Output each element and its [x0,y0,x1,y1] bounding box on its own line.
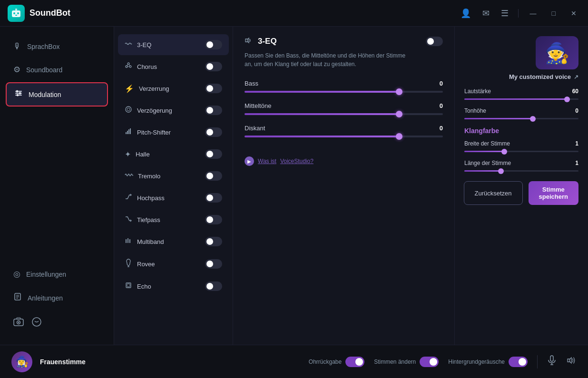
toggle-verzerrung[interactable] [205,84,222,93]
separator [518,9,519,18]
toggle-hochpass[interactable] [205,193,222,203]
svg-point-27 [127,108,130,111]
bass-track[interactable] [245,91,443,93]
3eq-icon [125,40,132,49]
detail-panel: 3-EQ Passen Sie den Bass, die Mitteltöne… [233,27,455,345]
effect-item-halle[interactable]: ✦ Halle [118,144,229,165]
voice-avatar: 🧙 [536,36,578,69]
sidebar-item-modulation[interactable]: Modulation [6,82,108,107]
detail-title-row: 3-EQ [245,36,277,47]
toggle-echo[interactable] [205,281,222,291]
effect-item-tiefpass[interactable]: Tiefpass [118,209,229,230]
microphone-icon[interactable] [547,355,557,368]
breite-thumb[interactable] [501,149,507,155]
effect-label-tiefpass: Tiefpass [137,216,160,223]
breite-label: Breite der Stimme [464,140,510,147]
reset-button[interactable]: Zurücksetzen [464,181,523,205]
sidebar-item-einstellungen[interactable]: ◎ Einstellungen [6,263,108,285]
toggle-verzoegerung[interactable] [205,106,222,115]
voicestudio-link-text[interactable]: VoiceStudio? [280,158,314,165]
bass-thumb[interactable] [396,88,402,95]
toggle-3eq[interactable] [205,40,222,49]
toggle-tiefpass[interactable] [205,215,222,224]
effect-item-multiband[interactable]: Multiband [118,231,229,252]
mitteltoene-track[interactable] [245,113,443,115]
verzerrung-icon: ⚡ [125,84,134,93]
effect-item-chorus[interactable]: Chorus [118,56,229,77]
lautstaerke-track[interactable] [464,98,578,100]
effect-item-echo[interactable]: Echo [118,276,229,297]
user-icon[interactable]: 👤 [459,6,473,20]
toggle-halle[interactable] [205,149,222,159]
mail-icon[interactable]: ✉ [480,6,491,20]
effect-item-rovee[interactable]: Rovee [118,253,229,275]
laenge-track[interactable] [464,170,578,172]
breite-track[interactable] [464,151,578,152]
speaker-icon[interactable] [566,356,577,368]
slider-bass: Bass 0 [245,80,443,93]
laenge-thumb[interactable] [498,168,504,174]
diskant-label: Diskant [245,125,265,132]
tonhoehe-track[interactable] [464,118,578,119]
effect-item-pitch-shifter[interactable]: Pitch-Shifter [118,122,229,143]
save-button[interactable]: Stimme speichern [529,181,578,205]
minimize-button[interactable]: — [526,8,540,19]
mitteltoene-thumb[interactable] [396,111,402,117]
guide-icon [13,292,22,303]
toggle-detail-main[interactable] [426,37,443,46]
toggle-multiband[interactable] [205,237,222,246]
toggle-chorus[interactable] [205,62,222,71]
close-button[interactable]: ✕ [567,8,580,19]
sidebar-item-sprachbox[interactable]: 🎙 SprachBox [6,36,108,57]
slider-breite: Breite der Stimme 1 [464,140,578,152]
toggle-tremolo[interactable] [205,171,222,181]
sidebar-item-soundboard[interactable]: ⚙ Soundboard [6,59,108,80]
external-link-icon[interactable]: ↗ [574,74,578,80]
voicestudio-link[interactable]: ▶ Was ist VoiceStudio? [245,156,443,166]
effect-item-verzoegerung[interactable]: Verzögerung [118,100,229,121]
effect-item-tremolo[interactable]: Tremolo [118,165,229,186]
effect-label-verzerrung: Verzerrung [139,85,169,92]
maximize-button[interactable]: □ [548,8,559,19]
toggle-pitch-shifter[interactable] [205,127,222,137]
action-buttons: Zurücksetzen Stimme speichern [464,181,578,205]
effect-item-hochpass[interactable]: Hochpass [118,187,229,208]
chat-icon[interactable] [31,317,42,330]
bass-label: Bass [245,80,258,87]
sidebar-label-soundboard: Soundboard [26,66,62,74]
diskant-thumb[interactable] [396,133,402,140]
svg-point-26 [126,107,131,112]
effect-label-pitch-shifter: Pitch-Shifter [137,129,171,136]
sliders-icon [14,89,23,100]
svg-rect-4 [15,9,17,10]
tonhoehe-thumb[interactable] [530,116,536,122]
menu-icon[interactable]: ☰ [499,6,510,20]
customized-voice-label: My customized voice [509,73,571,80]
toggle-hintergrund[interactable] [509,357,528,367]
app-title: SoundBot [29,8,70,18]
toggle-rovee[interactable] [205,259,222,269]
svg-rect-30 [128,129,129,134]
ohrrueckgabe-label: Ohrrückgabe [309,359,342,365]
camera-icon[interactable] [13,317,24,330]
lautstaerke-thumb[interactable] [564,97,570,102]
main-content: 🎙 SprachBox ⚙ Soundboard Modulation [0,27,588,345]
svg-rect-38 [127,284,130,287]
mitteltoene-label: Mitteltöne [245,102,271,109]
toggle-ohrrueckgabe[interactable] [345,357,364,367]
diskant-track[interactable] [245,136,443,137]
svg-line-24 [129,65,130,66]
slider-mitteltoene: Mitteltöne 0 [245,102,443,115]
tonhoehe-fill [464,118,533,119]
echo-icon [125,281,132,291]
effect-item-verzerrung[interactable]: ⚡ Verzerrung [118,78,229,99]
sidebar-item-anleitungen[interactable]: Anleitungen [6,287,108,309]
chorus-icon [125,62,132,71]
settings-icon: ◎ [13,269,20,279]
tonhoehe-value: 0 [575,107,578,114]
svg-point-2 [17,12,19,14]
svg-point-18 [18,322,20,323]
toggle-stimmen[interactable] [420,357,439,367]
effect-item-3eq[interactable]: 3-EQ [118,34,229,55]
sidebar-label-modulation: Modulation [29,91,61,98]
